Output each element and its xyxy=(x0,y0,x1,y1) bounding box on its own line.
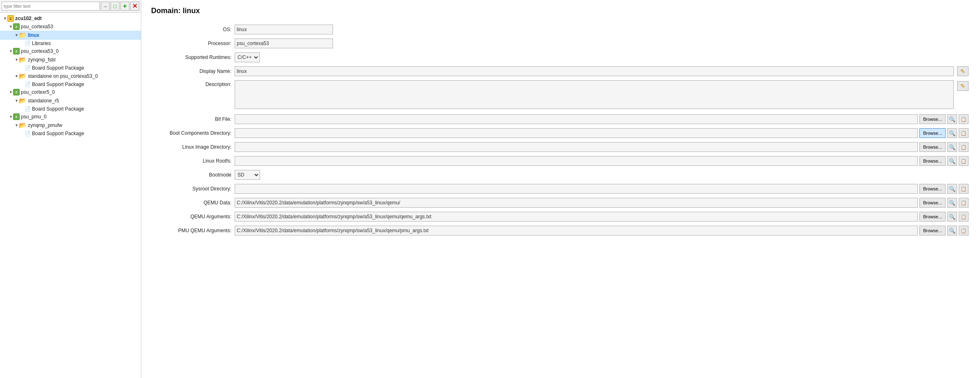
remove-button[interactable]: ✕ xyxy=(130,2,139,11)
boot-components-field: Browse... 🔍 📋 xyxy=(233,127,970,139)
linux-rootfs-input[interactable] xyxy=(235,156,918,166)
sysroot-browse-button[interactable]: Browse... xyxy=(919,184,946,194)
arrow-icon: ▼ xyxy=(9,49,13,53)
sysroot-copy-button[interactable]: 📋 xyxy=(959,184,969,194)
arrow-icon: ▼ xyxy=(15,123,19,127)
boot-components-label: Boot Components Directory: xyxy=(151,127,233,139)
pmu-qemu-copy-button[interactable]: 📋 xyxy=(959,226,969,235)
linux-rootfs-browse-button[interactable]: Browse... xyxy=(919,156,946,166)
qemu-args-label: QEMU Arguments: xyxy=(151,211,233,223)
linux-image-input[interactable] xyxy=(235,142,918,152)
tree-item-zynqmp-fsbl[interactable]: ▼ 📂 zynqmp_fsbl xyxy=(0,55,141,64)
os-row: OS: xyxy=(151,23,970,36)
os-input[interactable] xyxy=(235,25,333,34)
tree-item-bsp4[interactable]: 📄 Board Support Package xyxy=(0,130,141,137)
tree-item-zcu102-edt[interactable]: ▼ Z zcu102_edt xyxy=(0,14,141,23)
description-field: ✎ xyxy=(233,79,970,111)
tree-item-psu-cortexr5-0[interactable]: ▼ Z psu_cortexr5_0 xyxy=(0,88,141,96)
supported-runtimes-field: C/C++ xyxy=(233,51,970,63)
arrow-icon: ▼ xyxy=(9,90,13,94)
file-icon: 📄 xyxy=(25,41,31,46)
sysroot-search-button[interactable]: 🔍 xyxy=(947,184,957,194)
sysroot-input[interactable] xyxy=(235,184,918,194)
linux-image-row: Linux Image Directory: Browse... 🔍 📋 xyxy=(151,141,970,153)
boot-components-search-button[interactable]: 🔍 xyxy=(947,128,957,138)
tree-label: Libraries xyxy=(32,41,51,46)
linux-image-copy-button[interactable]: 📋 xyxy=(959,142,969,152)
chip-green-icon: Z xyxy=(13,113,20,120)
tree-item-bsp1[interactable]: 📄 Board Support Package xyxy=(0,64,141,72)
tree-item-zynqmp-pmufw[interactable]: ▼ 📂 zynqmp_pmufw xyxy=(0,121,141,130)
tree-item-standalone1[interactable]: ▼ 📂 standalone on psu_cortexa53_0 xyxy=(0,72,141,81)
pmu-qemu-search-button[interactable]: 🔍 xyxy=(947,226,957,235)
boot-components-browse-button[interactable]: Browse... xyxy=(919,128,946,138)
qemu-data-browse-button[interactable]: Browse... xyxy=(919,198,946,208)
boot-components-copy-button[interactable]: 📋 xyxy=(959,128,969,138)
tree-item-bsp3[interactable]: 📄 Board Support Package xyxy=(0,105,141,113)
qemu-data-input[interactable] xyxy=(235,198,918,208)
linux-image-browse-button[interactable]: Browse... xyxy=(919,142,946,152)
bif-file-browse-button[interactable]: Browse... xyxy=(919,114,946,124)
collapse-button[interactable]: – xyxy=(101,2,110,11)
supported-runtimes-select[interactable]: C/C++ xyxy=(235,52,260,62)
pmu-qemu-browse-button[interactable]: Browse... xyxy=(919,226,946,235)
arrow-icon xyxy=(20,66,25,70)
arrow-icon: ▼ xyxy=(3,16,7,20)
tree-item-psu-cortexa53[interactable]: ▼ Z psu_cortexa53 xyxy=(0,23,141,31)
tree-label: psu_pmu_0 xyxy=(21,114,47,120)
pmu-qemu-row: PMU QEMU Arguments: Browse... 🔍 📋 xyxy=(151,224,970,237)
chip-green-icon: Z xyxy=(13,89,20,95)
bif-file-input[interactable] xyxy=(235,114,918,124)
tree-item-standalone-r5[interactable]: ▼ 📂 standalone_r5 xyxy=(0,96,141,105)
qemu-args-browse-button[interactable]: Browse... xyxy=(919,212,946,222)
linux-rootfs-search-button[interactable]: 🔍 xyxy=(947,156,957,166)
qemu-args-input[interactable] xyxy=(235,212,918,222)
description-row: Description: ✎ xyxy=(151,79,970,111)
processor-label: Processor: xyxy=(151,37,233,50)
bif-file-copy-button[interactable]: 📋 xyxy=(959,114,969,124)
qemu-args-field: Browse... 🔍 📋 xyxy=(233,211,970,223)
boot-components-input[interactable] xyxy=(235,128,918,138)
qemu-args-search-button[interactable]: 🔍 xyxy=(947,212,957,222)
linux-rootfs-copy-button[interactable]: 📋 xyxy=(959,156,969,166)
bif-file-label: Bif File: xyxy=(151,113,233,125)
qemu-args-row: QEMU Arguments: Browse... 🔍 📋 xyxy=(151,211,970,223)
bootmode-select[interactable]: SD JTAG eMMC xyxy=(235,170,260,180)
linux-rootfs-row: Linux Rootfs: Browse... 🔍 📋 xyxy=(151,155,970,167)
display-name-input[interactable] xyxy=(235,66,954,76)
linux-image-search-button[interactable]: 🔍 xyxy=(947,142,957,152)
bif-file-search-button[interactable]: 🔍 xyxy=(947,114,957,124)
processor-input[interactable] xyxy=(235,38,333,48)
qemu-data-search-button[interactable]: 🔍 xyxy=(947,198,957,208)
expand-button[interactable]: □ xyxy=(111,2,120,11)
bootmode-row: Bootmode SD JTAG eMMC xyxy=(151,169,970,181)
tree-item-libraries[interactable]: 📄 Libraries xyxy=(0,40,141,47)
arrow-icon: ▼ xyxy=(9,25,13,29)
display-name-edit-button[interactable]: ✎ xyxy=(957,66,969,76)
linux-rootfs-label: Linux Rootfs: xyxy=(151,155,233,167)
description-textarea[interactable] xyxy=(235,80,954,109)
folder-icon: 📂 xyxy=(19,97,27,104)
processor-row: Processor: xyxy=(151,37,970,50)
tree-item-linux[interactable]: ▼ 📁 linux xyxy=(0,31,141,40)
pmu-qemu-input[interactable] xyxy=(235,226,918,235)
tree-item-psu-pmu-0[interactable]: ▼ Z psu_pmu_0 xyxy=(0,113,141,121)
description-edit-button[interactable]: ✎ xyxy=(957,81,969,91)
qemu-args-copy-button[interactable]: 📋 xyxy=(959,212,969,222)
qemu-data-row: QEMU Data: Browse... 🔍 📋 xyxy=(151,197,970,209)
chip-green-icon: Z xyxy=(13,48,20,54)
bootmode-label: Bootmode xyxy=(151,169,233,181)
filter-input[interactable] xyxy=(2,2,100,11)
tree-label: zcu102_edt xyxy=(15,16,42,21)
tree-label: psu_cortexa53 xyxy=(21,24,53,29)
file-icon: 📄 xyxy=(25,65,31,71)
os-label: OS: xyxy=(151,23,233,36)
panel-title: Domain: linux xyxy=(151,7,970,15)
tree-item-bsp2[interactable]: 📄 Board Support Package xyxy=(0,81,141,88)
tree-label: standalone on psu_cortexa53_0 xyxy=(28,73,98,79)
arrow-icon: ▼ xyxy=(9,115,13,119)
qemu-data-copy-button[interactable]: 📋 xyxy=(959,198,969,208)
arrow-icon xyxy=(20,82,25,86)
add-button[interactable]: + xyxy=(120,2,129,11)
tree-item-psu-cortexa53-0[interactable]: ▼ Z psu_cortexa53_0 xyxy=(0,47,141,55)
